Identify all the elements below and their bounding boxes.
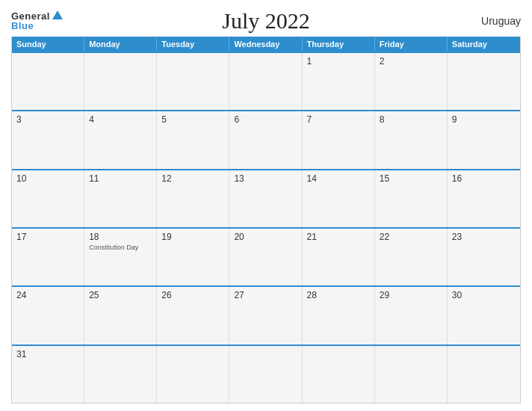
day-cell-sat-16: 16 bbox=[448, 170, 520, 227]
day-cell-tue-26: 26 bbox=[157, 287, 229, 344]
week-row-3: 10 11 12 13 14 15 16 bbox=[12, 169, 520, 227]
day-cell-tue-12: 12 bbox=[157, 170, 229, 227]
event-constitution-day: Constitution Day bbox=[89, 244, 138, 252]
week-row-1: 1 2 bbox=[12, 52, 520, 110]
header-thursday: Thursday bbox=[303, 37, 375, 52]
week-row-6: 31 bbox=[12, 344, 520, 403]
day-cell bbox=[229, 346, 302, 403]
country-label: Uruguay bbox=[481, 15, 521, 27]
day-cell bbox=[157, 53, 229, 110]
day-cell-sun-10: 10 bbox=[12, 170, 84, 227]
day-cell-mon-25: 25 bbox=[84, 287, 157, 344]
day-cell-tue-5: 5 bbox=[157, 111, 229, 168]
day-cell bbox=[448, 346, 520, 403]
day-cell-sat-30: 30 bbox=[448, 287, 520, 344]
header-sunday: Sunday bbox=[12, 37, 84, 52]
day-cell-wed-27: 27 bbox=[229, 287, 302, 344]
day-cell-thu-21: 21 bbox=[303, 229, 375, 285]
day-cell-fri-15: 15 bbox=[375, 170, 448, 227]
day-cell bbox=[84, 53, 157, 110]
day-cell-sat-23: 23 bbox=[448, 229, 520, 285]
day-cell bbox=[12, 53, 84, 110]
page: General Blue July 2022 Uruguay Sunday Mo… bbox=[0, 0, 532, 411]
day-cell bbox=[84, 346, 157, 403]
day-cell-sun-3: 3 bbox=[12, 111, 84, 168]
logo-blue-text: Blue bbox=[11, 21, 34, 31]
header-wednesday: Wednesday bbox=[229, 37, 302, 52]
day-cell bbox=[303, 346, 375, 403]
week-row-5: 24 25 26 27 28 29 30 bbox=[12, 285, 520, 344]
calendar: Sunday Monday Tuesday Wednesday Thursday… bbox=[11, 37, 521, 404]
day-cell-wed-13: 13 bbox=[229, 170, 302, 227]
day-cell-mon-4: 4 bbox=[84, 111, 157, 168]
header: General Blue July 2022 Uruguay bbox=[11, 7, 521, 37]
day-cell-mon-11: 11 bbox=[84, 170, 157, 227]
day-cell-fri-2: 2 bbox=[375, 53, 448, 110]
day-cell-fri-8: 8 bbox=[375, 111, 448, 168]
day-cell-wed-6: 6 bbox=[229, 111, 302, 168]
day-cell-thu-14: 14 bbox=[303, 170, 375, 227]
header-saturday: Saturday bbox=[448, 37, 520, 52]
day-cell-fri-29: 29 bbox=[375, 287, 448, 344]
week-row-2: 3 4 5 6 7 8 9 bbox=[12, 110, 520, 168]
day-cell-tue-19: 19 bbox=[157, 229, 229, 285]
day-headers-row: Sunday Monday Tuesday Wednesday Thursday… bbox=[12, 37, 520, 52]
logo: General Blue bbox=[11, 11, 63, 31]
week-row-4: 17 18 Constitution Day 19 20 21 22 23 bbox=[12, 227, 520, 285]
day-cell bbox=[448, 53, 520, 110]
calendar-title: July 2022 bbox=[222, 8, 310, 34]
day-cell-mon-18: 18 Constitution Day bbox=[84, 229, 157, 285]
day-cell-sun-31: 31 bbox=[12, 346, 84, 403]
header-monday: Monday bbox=[84, 37, 157, 52]
day-cell bbox=[375, 346, 448, 403]
header-friday: Friday bbox=[375, 37, 448, 52]
weeks-container: 1 2 3 4 5 6 7 8 9 10 11 12 13 14 15 bbox=[12, 52, 520, 403]
day-cell-thu-7: 7 bbox=[303, 111, 375, 168]
day-cell bbox=[229, 53, 302, 110]
day-cell bbox=[157, 346, 229, 403]
day-cell-fri-22: 22 bbox=[375, 229, 448, 285]
day-cell-thu-1: 1 bbox=[303, 53, 375, 110]
day-cell-wed-20: 20 bbox=[229, 229, 302, 285]
day-cell-sun-24: 24 bbox=[12, 287, 84, 344]
logo-triangle-icon bbox=[52, 10, 63, 19]
day-cell-sun-17: 17 bbox=[12, 229, 84, 285]
header-tuesday: Tuesday bbox=[157, 37, 229, 52]
day-cell-sat-9: 9 bbox=[448, 111, 520, 168]
day-cell-thu-28: 28 bbox=[303, 287, 375, 344]
